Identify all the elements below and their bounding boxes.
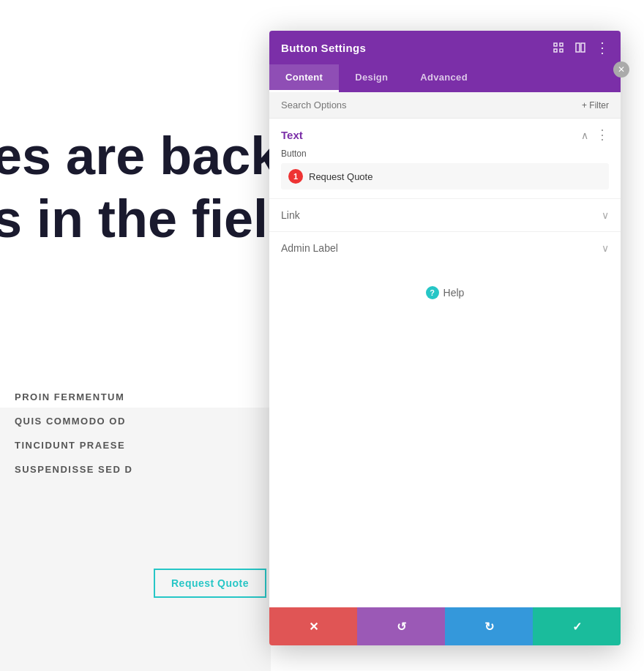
admin-label-chevron-icon: ∨: [602, 242, 609, 254]
svg-rect-0: [554, 43, 557, 46]
text-section-header: Text ∧ ⋮: [269, 119, 621, 149]
modal-title: Button Settings: [281, 42, 366, 54]
link-row[interactable]: Link ∨: [269, 198, 621, 231]
fullscreen-icon[interactable]: [552, 41, 565, 54]
list-item: SUSPENDISSE SED D: [15, 464, 132, 475]
field-value: Request Quote: [309, 171, 372, 182]
search-input[interactable]: [281, 100, 582, 110]
close-x-button[interactable]: ✕: [613, 61, 629, 78]
admin-label: Admin Label: [281, 242, 338, 254]
header-icons: ⋮: [552, 41, 609, 54]
list-item: TINCIDUNT PRAESE: [15, 440, 132, 451]
modal-header: Button Settings ⋮: [269, 31, 621, 64]
more-options-icon[interactable]: ⋮: [596, 41, 609, 54]
link-label: Link: [281, 209, 300, 221]
redo-button[interactable]: ↻: [445, 607, 533, 645]
tab-design[interactable]: Design: [339, 64, 404, 92]
bg-list: PROIN FERMENTUM QUIS COMMODO OD TINCIDUN…: [15, 391, 132, 488]
help-icon[interactable]: ?: [426, 286, 439, 299]
svg-rect-1: [560, 43, 563, 46]
modal-body: Text ∧ ⋮ Button 1 Request Quote Link ∨ A…: [269, 119, 621, 607]
modal-tabs: Content Design Advanced: [269, 64, 621, 92]
tab-advanced[interactable]: Advanced: [404, 64, 484, 92]
field-badge: 1: [288, 169, 303, 184]
list-item: QUIS COMMODO OD: [15, 416, 132, 427]
svg-rect-2: [554, 49, 557, 52]
filter-button[interactable]: + Filter: [582, 100, 609, 110]
section-collapse-icon[interactable]: ∧: [581, 130, 588, 141]
field-row: 1 Request Quote: [281, 163, 609, 190]
save-button[interactable]: ✓: [533, 607, 621, 645]
button-settings-panel: Button Settings ⋮ Content Design: [269, 31, 621, 645]
search-bar: + Filter: [269, 92, 621, 119]
svg-rect-4: [576, 43, 580, 52]
section-title: Text: [281, 129, 303, 141]
section-more-icon[interactable]: ⋮: [596, 130, 609, 140]
button-field-group: Button 1 Request Quote: [269, 149, 621, 198]
tab-content[interactable]: Content: [269, 64, 339, 92]
help-text[interactable]: Help: [443, 287, 465, 299]
cancel-button[interactable]: ✕: [269, 607, 357, 645]
link-chevron-icon: ∨: [602, 209, 609, 221]
list-item: PROIN FERMENTUM: [15, 391, 132, 402]
split-view-icon[interactable]: [574, 41, 587, 54]
reset-button[interactable]: ↺: [357, 607, 445, 645]
svg-rect-3: [560, 49, 563, 52]
svg-rect-5: [581, 43, 585, 52]
field-label: Button: [281, 149, 609, 159]
help-section: ? Help: [269, 264, 621, 321]
section-controls: ∧ ⋮: [581, 130, 609, 141]
admin-label-row[interactable]: Admin Label ∨: [269, 231, 621, 264]
modal-footer: ✕ ↺ ↻ ✓: [269, 607, 621, 645]
bg-request-quote-button[interactable]: Request Quote: [154, 569, 266, 598]
